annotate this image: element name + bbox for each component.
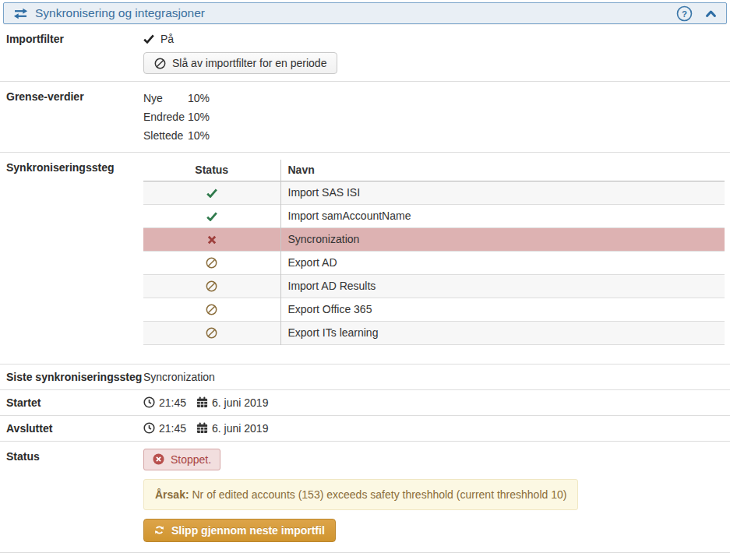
reason-text: Nr of edited accounts (153) exceeds safe… [189, 488, 567, 501]
sync-steps-table: Status Navn Import SAS ISI [143, 160, 725, 345]
table-row: Import SAS ISI [143, 181, 725, 204]
chevron-up-icon[interactable] [705, 9, 717, 18]
table-row: Export Office 365 [143, 298, 725, 321]
table-row: Import AD Results [143, 274, 725, 298]
exchange-icon [13, 8, 28, 19]
thresholds-row: Grense-verdier Nye 10% Endrede 10% Slett… [0, 82, 730, 153]
step-name: Import SAS ISI [288, 186, 361, 199]
panel-header[interactable]: Synkronisering og integrasjoner ? [3, 2, 727, 24]
table-header-row: Status Navn [143, 160, 725, 181]
table-row: Import samAccountName [143, 204, 725, 227]
calendar-icon [196, 396, 208, 408]
calendar-icon [196, 422, 208, 434]
panel-title: Synkronisering og integrasjoner [35, 6, 205, 20]
step-name: Syncronization [288, 233, 360, 245]
table-row: Syncronization [143, 227, 725, 251]
sync-steps-row: Synkroniseringssteg Status Navn [0, 153, 730, 365]
started-time: 21:45 [159, 396, 186, 409]
status-badge-text: Stoppet. [171, 453, 211, 466]
table-row: Export ITs learning [143, 321, 725, 344]
svg-text:?: ? [682, 9, 687, 18]
status-reason-alert: Årsak: Nr of edited accounts (153) excee… [143, 479, 578, 510]
importfilter-label: Importfilter [6, 31, 143, 74]
sync-steps-label: Synkroniseringssteg [6, 160, 143, 345]
reason-label: Årsak: [155, 488, 189, 501]
threshold-name: Endrede [143, 107, 188, 126]
check-icon [206, 186, 217, 199]
step-name: Export AD [288, 256, 337, 269]
threshold-item: Endrede 10% [143, 107, 724, 126]
threshold-item: Slettede 10% [143, 126, 724, 145]
release-next-importfile-label: Slipp gjennom neste importfil [171, 524, 325, 537]
status-badge: Stoppet. [143, 449, 220, 470]
importfilter-row: Importfilter På Slå av importfilter for … [0, 24, 730, 82]
sync-integrations-panel: Synkronisering og integrasjoner ? Import… [0, 2, 730, 560]
started-label: Startet [6, 396, 143, 409]
disable-importfilter-button[interactable]: Slå av importfilter for en periode [143, 52, 337, 74]
step-name: Export ITs learning [288, 326, 379, 339]
last-step-label: Siste synkroniseringssteg [6, 371, 143, 383]
importfile-row: Importfil Last ned siste importfil i xml… [0, 553, 730, 560]
status-row: Status Stoppet. Årsak: Nr of edited acco… [0, 442, 730, 553]
threshold-value: 10% [188, 107, 210, 126]
x-icon [207, 233, 217, 245]
x-circle-icon [153, 453, 164, 465]
sync-steps-table-body: Import SAS ISI Import samAccountName [143, 181, 725, 344]
last-step-row: Siste synkroniseringssteg Syncronization [0, 365, 730, 390]
ended-label: Avsluttet [6, 422, 143, 435]
last-step-value: Syncronization [143, 371, 724, 383]
thresholds-label: Grense-verdier [6, 89, 143, 145]
clock-icon [143, 422, 155, 434]
status-label: Status [6, 449, 143, 542]
ban-icon [154, 58, 166, 69]
step-name: Import samAccountName [288, 210, 411, 222]
threshold-name: Nye [143, 89, 188, 107]
threshold-value: 10% [188, 126, 210, 145]
check-icon [206, 210, 217, 222]
threshold-name: Slettede [143, 126, 188, 145]
clock-icon [143, 396, 155, 408]
table-row: Export AD [143, 251, 725, 274]
step-name: Export Office 365 [288, 303, 372, 315]
help-icon[interactable]: ? [676, 5, 693, 22]
started-date: 6. juni 2019 [212, 396, 268, 409]
started-row: Startet 21:45 6. juni 2019 [0, 390, 730, 416]
release-next-importfile-button[interactable]: Slipp gjennom neste importfil [143, 519, 336, 542]
column-header-status: Status [143, 160, 280, 181]
ended-date: 6. juni 2019 [212, 422, 268, 435]
column-header-navn: Navn [280, 160, 725, 181]
ban-icon [206, 280, 217, 293]
threshold-item: Nye 10% [143, 89, 724, 107]
step-name: Import AD Results [288, 280, 376, 292]
ban-icon [206, 256, 217, 269]
disable-importfilter-label: Slå av importfilter for en periode [172, 57, 326, 69]
ban-icon [206, 326, 217, 340]
importfilter-state: På [160, 33, 174, 45]
refresh-icon [154, 525, 164, 535]
ban-icon [206, 303, 217, 316]
ended-time: 21:45 [159, 422, 186, 435]
ended-row: Avsluttet 21:45 6. juni 2019 [0, 416, 730, 442]
threshold-value: 10% [188, 89, 210, 107]
check-icon [143, 34, 154, 44]
